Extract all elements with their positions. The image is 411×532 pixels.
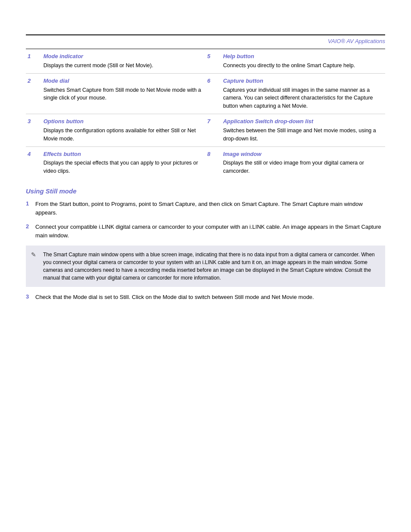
step-text-1: From the Start button, point to Programs… xyxy=(35,200,385,217)
item-content-3: Options button Displays the configuratio… xyxy=(42,114,206,147)
item-number-4: 4 xyxy=(26,146,42,179)
section-heading: Using Still mode xyxy=(26,187,385,195)
item-title-6: Capture button xyxy=(223,77,381,85)
item-title-8: Image window xyxy=(223,150,381,159)
item-number-7: 7 xyxy=(206,114,221,147)
item-title-7: Application Switch drop-down list xyxy=(223,118,381,126)
item-content-7: Application Switch drop-down list Switch… xyxy=(221,114,385,147)
note-icon: ✎ xyxy=(31,251,40,258)
step-item-2: 2 Connect your compatible i.LINK digital… xyxy=(26,223,385,240)
item-number-6: 6 xyxy=(206,73,221,114)
header-area: VAIO® AV Applications xyxy=(0,35,411,49)
header-title: VAIO® AV Applications xyxy=(328,38,385,44)
item-content-5: Help button Connects you directly to the… xyxy=(221,49,385,73)
item-desc-8: Displays the still or video image from y… xyxy=(223,160,364,174)
item-desc-6: Captures your individual still images in… xyxy=(223,87,373,109)
steps-container: 1 From the Start button, point to Progra… xyxy=(26,200,385,240)
note-text: The Smart Capture main window opens with… xyxy=(43,251,378,282)
table-row: 3 Options button Displays the configurat… xyxy=(26,114,385,147)
item-content-8: Image window Displays the still or video… xyxy=(221,146,385,179)
item-title-1: Mode indicator xyxy=(44,53,201,61)
table-row: 4 Effects button Displays the special ef… xyxy=(26,146,385,179)
item-desc-2: Switches Smart Capture from Still mode t… xyxy=(44,87,201,101)
item-title-5: Help button xyxy=(223,53,381,61)
item-desc-5: Connects you directly to the online Smar… xyxy=(223,62,355,68)
items-table: 1 Mode indicator Displays the current mo… xyxy=(26,49,385,179)
item-desc-3: Displays the configuration options avail… xyxy=(44,128,196,142)
item-content-1: Mode indicator Displays the current mode… xyxy=(42,49,206,73)
step-item-3: 3 Check that the Mode dial is set to Sti… xyxy=(26,293,385,302)
step-text-2: Connect your compatible i.LINK digital c… xyxy=(35,223,385,240)
item-content-6: Capture button Captures your individual … xyxy=(221,73,385,114)
step-text-3: Check that the Mode dial is set to Still… xyxy=(35,293,314,302)
table-row: 2 Mode dial Switches Smart Capture from … xyxy=(26,73,385,114)
item-desc-4: Displays the special effects that you ca… xyxy=(44,160,198,174)
item-number-8: 8 xyxy=(206,146,221,179)
step-item-1: 1 From the Start button, point to Progra… xyxy=(26,200,385,217)
item-content-2: Mode dial Switches Smart Capture from St… xyxy=(42,73,206,114)
item-title-2: Mode dial xyxy=(44,77,201,85)
item-title-3: Options button xyxy=(44,118,201,126)
step-number-3: 3 xyxy=(26,293,35,300)
item-content-4: Effects button Displays the special effe… xyxy=(42,146,206,179)
item-number-2: 2 xyxy=(26,73,42,114)
page-container: VAIO® AV Applications 1 Mode indicator D… xyxy=(0,34,411,532)
item-desc-1: Displays the current mode (Still or Net … xyxy=(44,62,153,68)
item-title-4: Effects button xyxy=(44,150,201,159)
note-box: ✎ The Smart Capture main window opens wi… xyxy=(26,246,385,287)
item-number-1: 1 xyxy=(26,49,42,73)
step-number-1: 1 xyxy=(26,200,35,207)
item-desc-7: Switches between the Still image and Net… xyxy=(223,128,376,142)
step-number-2: 2 xyxy=(26,223,35,230)
table-row: 1 Mode indicator Displays the current mo… xyxy=(26,49,385,73)
item-number-5: 5 xyxy=(206,49,221,73)
item-number-3: 3 xyxy=(26,114,42,147)
